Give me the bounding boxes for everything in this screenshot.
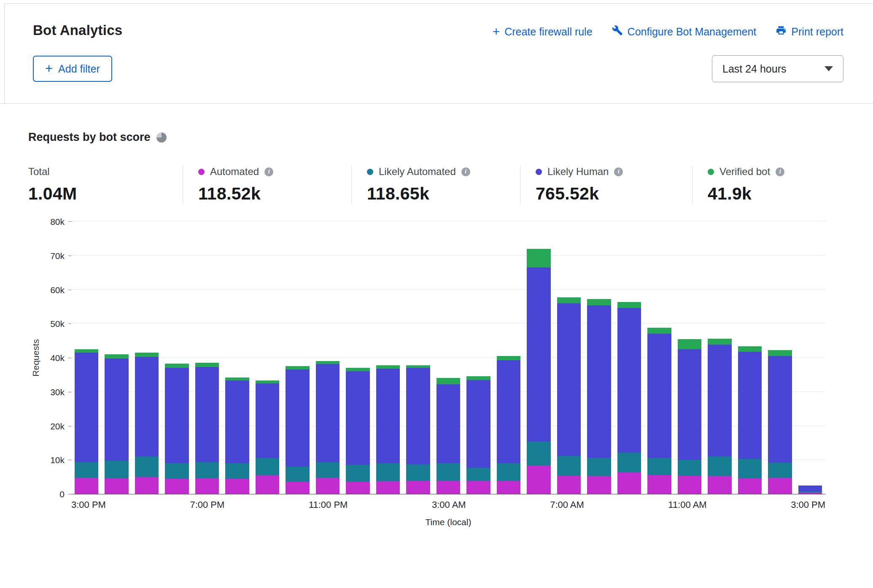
stat-verified-bot-value: 41.9k xyxy=(708,184,784,204)
y-tick-label: 80k xyxy=(43,217,65,227)
bar-segment-automated xyxy=(286,482,309,494)
bar-segment-likely-automated xyxy=(587,458,611,476)
bar-segment-likely-human xyxy=(75,353,98,462)
create-firewall-rule-link[interactable]: + Create firewall rule xyxy=(493,26,593,38)
bar-segment-verified-bot xyxy=(225,378,249,380)
y-tick-label: 60k xyxy=(43,285,65,295)
bar-segment-automated xyxy=(617,472,641,494)
bar-segment-likely-human xyxy=(436,384,460,463)
bar-segment-automated xyxy=(376,481,400,494)
section-title-row: Requests by bot score xyxy=(28,131,845,144)
info-icon[interactable]: i xyxy=(264,167,273,176)
legend-dot-automated xyxy=(198,169,205,175)
stat-likely-automated-label: Likely Automated xyxy=(379,166,456,178)
stat-likely-human: Likely Human i 765.52k xyxy=(520,166,692,204)
bar-segment-automated xyxy=(225,479,249,494)
bar-segment-automated xyxy=(798,493,822,494)
stats-row: Total 1.04M Automated i 118.52k Likely A… xyxy=(28,166,845,204)
stat-automated: Automated i 118.52k xyxy=(183,166,351,204)
x-tick-label: 11:00 AM xyxy=(668,499,706,510)
configure-bot-management-link[interactable]: Configure Bot Management xyxy=(612,25,757,38)
printer-icon xyxy=(776,25,787,38)
bar-segment-likely-human xyxy=(165,368,189,463)
requests-chart: Requests 010k20k30k40k50k60k70k80k 3:00 … xyxy=(28,221,825,527)
bar-segment-verified-bot xyxy=(436,378,460,384)
bar-segment-verified-bot xyxy=(497,356,520,360)
bar-segment-verified-bot xyxy=(466,376,490,380)
bar-segment-automated xyxy=(768,478,792,494)
bar-segment-verified-bot xyxy=(527,249,550,267)
bar-segment-automated xyxy=(195,478,219,494)
bar-segment-automated xyxy=(436,481,460,494)
bar-segment-likely-human xyxy=(527,267,550,442)
stacked-bar xyxy=(557,297,581,494)
stacked-bar xyxy=(798,486,822,494)
print-report-label: Print report xyxy=(791,26,843,38)
bar-segment-automated xyxy=(527,466,550,494)
y-tick-label: 50k xyxy=(43,319,65,329)
stacked-bar xyxy=(678,339,701,494)
stacked-bar xyxy=(105,354,128,494)
bar-segment-likely-automated xyxy=(678,460,701,476)
legend-dot-likely-human xyxy=(536,169,542,175)
bar-segment-automated xyxy=(256,475,279,494)
bar-segment-likely-human xyxy=(225,380,249,463)
bar-segment-likely-automated xyxy=(436,463,460,481)
bar-segment-verified-bot xyxy=(617,302,641,308)
bar-segment-verified-bot xyxy=(678,339,701,349)
stat-likely-human-value: 765.52k xyxy=(536,184,679,204)
stat-likely-automated-value: 118.65k xyxy=(367,184,507,204)
section-title: Requests by bot score xyxy=(28,131,151,144)
stacked-bar xyxy=(195,363,219,494)
bar-segment-verified-bot xyxy=(557,297,581,303)
bar-segment-verified-bot xyxy=(286,366,309,370)
legend-dot-likely-automated xyxy=(367,169,373,175)
stat-total-value: 1.04M xyxy=(28,184,170,204)
info-icon[interactable]: i xyxy=(461,167,470,176)
stacked-bar xyxy=(527,249,550,494)
info-icon[interactable]: i xyxy=(614,167,623,176)
stacked-bar xyxy=(256,380,279,494)
info-icon[interactable]: i xyxy=(776,167,784,176)
bar-segment-automated xyxy=(497,481,520,494)
stat-likely-automated: Likely Automated i 118.65k xyxy=(351,166,520,204)
bar-segment-likely-automated xyxy=(708,456,731,476)
bar-segment-automated xyxy=(738,478,762,494)
bar-segment-likely-human xyxy=(738,352,762,459)
stacked-bar xyxy=(135,353,159,494)
bar-segment-automated xyxy=(557,476,581,494)
stat-likely-human-label: Likely Human xyxy=(547,166,609,178)
bar-segment-likely-human xyxy=(195,367,219,462)
print-report-link[interactable]: Print report xyxy=(776,25,843,38)
stat-automated-value: 118.52k xyxy=(198,184,339,204)
x-tick-label: 3:00 PM xyxy=(71,499,106,510)
time-range-select[interactable]: Last 24 hours xyxy=(712,55,843,82)
pie-chart-icon xyxy=(156,132,167,143)
stacked-bar xyxy=(617,302,641,494)
bar-segment-likely-human xyxy=(105,359,128,461)
x-tick-label: 7:00 PM xyxy=(190,499,224,510)
bar-segment-likely-human xyxy=(708,345,731,456)
bar-segment-likely-automated xyxy=(135,456,159,477)
bar-segment-likely-automated xyxy=(376,463,400,481)
bar-segment-likely-human xyxy=(497,360,520,463)
bar-segment-likely-automated xyxy=(75,462,98,478)
bar-segment-verified-bot xyxy=(738,346,762,352)
add-filter-button[interactable]: + Add filter xyxy=(33,56,112,82)
bar-segment-likely-automated xyxy=(768,463,792,478)
bar-segment-likely-automated xyxy=(466,468,490,481)
y-tick-label: 30k xyxy=(43,387,65,397)
chevron-down-icon xyxy=(824,66,833,71)
stacked-bar xyxy=(708,339,731,494)
stacked-bar xyxy=(647,328,671,494)
stat-automated-label: Automated xyxy=(210,166,259,178)
bar-segment-automated xyxy=(708,476,731,494)
stacked-bar xyxy=(346,368,369,494)
y-tick-label: 70k xyxy=(43,251,65,261)
bar-segment-likely-automated xyxy=(738,459,762,478)
bar-segment-automated xyxy=(346,482,369,494)
bar-segment-verified-bot xyxy=(768,350,792,356)
bar-segment-likely-automated xyxy=(225,463,249,479)
stacked-bar xyxy=(376,365,400,494)
bar-segment-likely-automated xyxy=(256,458,279,475)
